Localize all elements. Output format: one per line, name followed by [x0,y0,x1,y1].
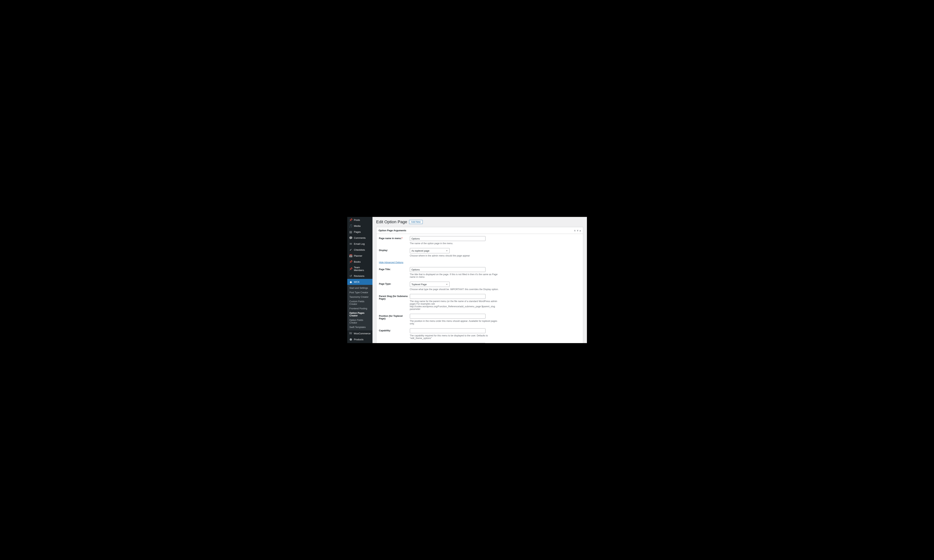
comment-icon: 💬 [349,236,353,240]
sidebar-item-analytics[interactable]: 📊Analytics [347,342,373,343]
product-icon: ⬢ [349,338,353,341]
label-page-type: Page Type: [379,282,410,291]
arguments-panel-header: Option Page Arguments ∧ ∨ ▴ [376,227,583,234]
sidebar-label: Team Members [354,266,371,272]
row-capability: Capability: The capability required for … [379,328,580,340]
input-page-name[interactable] [410,236,485,241]
sidebar-item-posts[interactable]: 📌Posts [347,217,373,223]
submenu-frontend-posting[interactable]: Frontend Posting [347,306,373,311]
row-page-title: Page Title: The title that is displayed … [379,267,580,278]
sidebar-label: Products [354,338,364,341]
input-capability[interactable] [410,328,485,333]
check-icon: ✔ [349,248,353,251]
toggle-panel-icon[interactable]: ▴ [580,229,581,232]
panel-title: Option Page Arguments [379,229,406,232]
row-position: Position (for Toplevel Page): The positi… [379,314,580,325]
help-page-title: The title that is displayed on the page.… [410,273,499,278]
select-display[interactable]: As toplevel page [410,248,450,253]
help-page-type: Choose what type the page should be. IMP… [410,288,499,291]
main-column: Edit Option Page Add New Option Page Arg… [376,220,583,343]
input-page-title[interactable] [410,267,485,272]
wck-submenu: Start and Settings Post Type Creator Tax… [347,285,373,331]
advanced-options-toggle[interactable]: Hide Advanced Options [379,261,404,264]
submenu-post-type-creator[interactable]: Post Type Creator [347,290,373,295]
select-page-type[interactable]: Toplevel Page [410,282,450,287]
sidebar-item-woocommerce[interactable]: WWooCommerce [347,331,373,336]
page-header: Edit Option Page Add New [376,220,583,225]
sidebar-label: Email Log [354,243,365,245]
help-position: The position in the menu order this menu… [410,320,499,325]
content-area: Edit Option Page Add New Option Page Arg… [373,217,587,343]
help-parent-slug: The slug name for the parent menu (or th… [410,300,499,311]
label-parent-slug: Parent Slug (for Submenu Page): [379,294,410,311]
pin-icon: 📌 [349,218,353,222]
submenu-taxonomy-creator[interactable]: Taxonomy Creator [347,295,373,299]
move-up-icon[interactable]: ∧ [574,229,576,232]
row-parent-slug: Parent Slug (for Submenu Page): The slug… [379,294,580,311]
calendar-icon: 📅 [349,254,353,257]
arguments-panel-body: Page name in menu:* The name of the opti… [376,234,583,343]
wck-icon: ◆ [349,280,353,283]
arguments-panel: Option Page Arguments ∧ ∨ ▴ Page name in… [376,227,583,343]
sidebar-item-team-members[interactable]: 📌Team Members [347,265,373,273]
sidebar-label: WCK [354,280,359,283]
help-display: Choose where in the admin menu should th… [410,254,499,257]
help-capability: The capability required for this menu to… [410,334,499,340]
label-capability: Capability: [379,328,410,340]
label-position: Position (for Toplevel Page): [379,314,410,325]
panel-header-controls: ∧ ∨ ▴ [574,229,581,232]
sidebar-label: Media [354,225,361,228]
sidebar-label: Posts [354,218,360,222]
submenu-custom-fields-creator[interactable]: Custom Fields Creator [347,299,373,306]
row-page-type: Page Type: Toplevel Page Choose what typ… [379,282,580,291]
pages-icon: ▤ [349,230,353,234]
app-viewport: 📌Posts 🎵Media ▤Pages 💬Comments ✉Email Lo… [347,217,587,343]
sidebar-label: Comments [354,237,366,239]
sidebar-label: Checklists [354,248,365,251]
media-icon: 🎵 [349,224,353,228]
submenu-option-pages-creator[interactable]: Option Pages Creator [347,311,373,318]
sidebar-label: Books [354,260,361,263]
row-display: Display: As toplevel page Choose where i… [379,248,580,257]
sidebar-item-email-log[interactable]: ✉Email Log [347,241,373,247]
sidebar-label: Revisions [354,275,364,277]
page-title: Edit Option Page [376,220,407,225]
input-parent-slug[interactable] [410,294,485,299]
pin-icon: 📌 [349,260,353,263]
submenu-option-fields-creator[interactable]: Option Fields Creator [347,318,373,325]
help-page-name: The name of the option page in the menu. [410,242,499,245]
label-page-title: Page Title: [379,267,410,278]
sidebar-label: Planner [354,254,362,257]
move-down-icon[interactable]: ∨ [577,229,578,232]
label-display: Display: [379,248,410,257]
sidebar-item-media[interactable]: 🎵Media [347,223,373,229]
admin-sidebar: 📌Posts 🎵Media ▤Pages 💬Comments ✉Email Lo… [347,217,373,343]
input-position[interactable] [410,314,485,318]
sidebar-item-books[interactable]: 📌Books [347,259,373,265]
sidebar-label: Pages [354,231,361,233]
mail-icon: ✉ [349,242,353,245]
revision-icon: ↺ [349,274,353,278]
sidebar-item-comments[interactable]: 💬Comments [347,235,373,241]
sidebar-label: WooCommerce [354,332,370,335]
sidebar-item-planner[interactable]: 📅Planner [347,253,373,259]
submenu-swift-templates[interactable]: Swift Templates [347,325,373,329]
label-page-name: Page name in menu:* [379,236,410,245]
sidebar-item-checklists[interactable]: ✔Checklists [347,247,373,253]
sidebar-item-revisions[interactable]: ↺Revisions [347,273,373,279]
row-page-name: Page name in menu:* The name of the opti… [379,236,580,245]
pin-icon: 📌 [349,267,353,271]
sidebar-item-pages[interactable]: ▤Pages [347,229,373,235]
sidebar-item-wck[interactable]: ◆WCK [347,279,373,285]
sidebar-item-products[interactable]: ⬢Products [347,336,373,342]
woo-icon: W [349,332,352,335]
add-new-button[interactable]: Add New [409,220,423,224]
submenu-start-settings[interactable]: Start and Settings [347,286,373,290]
